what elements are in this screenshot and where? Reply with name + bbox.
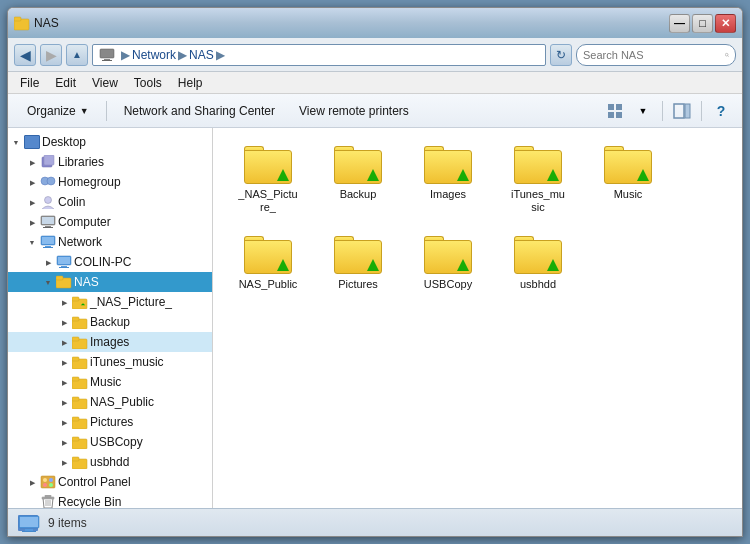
expand-images[interactable] — [56, 334, 72, 350]
tree-item-nas[interactable]: NAS — [8, 272, 212, 292]
tree-item-pictures[interactable]: Pictures — [8, 412, 212, 432]
folder-usbcopy[interactable]: USBCopy — [403, 228, 493, 318]
expand-naspublic[interactable] — [56, 394, 72, 410]
folder-icon-usbcopy — [424, 236, 472, 274]
file-label-backup: Backup — [340, 188, 377, 201]
view-dropdown-button[interactable]: ▼ — [630, 98, 656, 124]
tree-panel: Desktop Libraries — [8, 128, 213, 508]
menu-edit[interactable]: Edit — [47, 74, 84, 92]
tree-item-itunes[interactable]: iTunes_music — [8, 352, 212, 372]
tree-label-colin-pc: COLIN-PC — [74, 255, 131, 269]
tree-item-desktop[interactable]: Desktop — [8, 132, 212, 152]
tree-item-usbcopy[interactable]: USBCopy — [8, 432, 212, 452]
title-bar-left: NAS — [14, 15, 59, 31]
search-box[interactable] — [576, 44, 736, 66]
menu-file[interactable]: File — [12, 74, 47, 92]
tree-item-libraries[interactable]: Libraries — [8, 152, 212, 172]
organize-button[interactable]: Organize ▼ — [16, 98, 100, 124]
folder-images[interactable]: Images — [403, 138, 493, 228]
folder-usbhdd[interactable]: usbhdd — [493, 228, 583, 318]
back-button[interactable]: ◀ — [14, 44, 36, 66]
expand-network[interactable] — [24, 234, 40, 250]
address-bar: ◀ ▶ ▲ ▶ Network ▶ NAS ▶ ↻ — [8, 38, 742, 72]
tree-item-naspublic[interactable]: NAS_Public — [8, 392, 212, 412]
menu-help[interactable]: Help — [170, 74, 211, 92]
expand-nas[interactable] — [40, 274, 56, 290]
svg-point-16 — [47, 177, 55, 185]
folder-nas-picture[interactable]: _NAS_Picture_ — [223, 138, 313, 228]
window-title: NAS — [34, 16, 59, 30]
tree-item-usbhdd[interactable]: usbhdd — [8, 452, 212, 472]
address-path[interactable]: ▶ Network ▶ NAS ▶ — [92, 44, 546, 66]
tree-item-colin-pc[interactable]: COLIN-PC — [8, 252, 212, 272]
expand-libraries[interactable] — [24, 154, 40, 170]
folder-naspublic[interactable]: NAS_Public — [223, 228, 313, 318]
expand-colin-pc[interactable] — [40, 254, 56, 270]
toolbar: Organize ▼ Network and Sharing Center Vi… — [8, 94, 742, 128]
file-label-usbcopy: USBCopy — [424, 278, 472, 291]
path-nas[interactable]: NAS — [189, 48, 214, 62]
status-network-icon — [18, 515, 38, 531]
expand-backup[interactable] — [56, 314, 72, 330]
refresh-button[interactable]: ↻ — [550, 44, 572, 66]
tree-item-network[interactable]: Network — [8, 232, 212, 252]
forward-button[interactable]: ▶ — [40, 44, 62, 66]
preview-pane-button[interactable] — [669, 98, 695, 124]
expand-itunes[interactable] — [56, 354, 72, 370]
colin-pc-icon — [56, 254, 72, 270]
folder-backup[interactable]: Backup — [313, 138, 403, 228]
itunes-icon — [72, 354, 88, 370]
tree-label-itunes: iTunes_music — [90, 355, 164, 369]
tree-label-network: Network — [58, 235, 102, 249]
view-toggle-button[interactable] — [602, 98, 628, 124]
help-button[interactable]: ? — [708, 98, 734, 124]
search-input[interactable] — [583, 49, 721, 61]
tree-label-desktop: Desktop — [42, 135, 86, 149]
expand-computer[interactable] — [24, 214, 40, 230]
expand-homegroup[interactable] — [24, 174, 40, 190]
expand-pictures[interactable] — [56, 414, 72, 430]
search-icon — [725, 49, 729, 61]
minimize-button[interactable]: — — [669, 14, 690, 33]
folder-pictures[interactable]: Pictures — [313, 228, 403, 318]
file-label-itunes: iTunes_music — [511, 188, 565, 214]
tree-item-homegroup[interactable]: Homegroup — [8, 172, 212, 192]
tree-item-backup[interactable]: Backup — [8, 312, 212, 332]
tree-item-music[interactable]: Music — [8, 372, 212, 392]
expand-colin[interactable] — [24, 194, 40, 210]
file-label-nas-picture: _NAS_Picture_ — [238, 188, 297, 214]
tree-item-controlpanel[interactable]: Control Panel — [8, 472, 212, 492]
path-network[interactable]: Network — [132, 48, 176, 62]
expand-usbcopy[interactable] — [56, 434, 72, 450]
up-button[interactable]: ▲ — [66, 44, 88, 66]
controlpanel-icon — [40, 474, 56, 490]
organize-dropdown-icon: ▼ — [80, 106, 89, 116]
svg-rect-72 — [25, 529, 33, 531]
expand-usbhdd[interactable] — [56, 454, 72, 470]
tree-item-colin[interactable]: Colin — [8, 192, 212, 212]
tree-item-images[interactable]: Images — [8, 332, 212, 352]
menu-tools[interactable]: Tools — [126, 74, 170, 92]
svg-rect-44 — [72, 397, 79, 401]
expand-music[interactable] — [56, 374, 72, 390]
menu-view[interactable]: View — [84, 74, 126, 92]
svg-rect-31 — [56, 276, 63, 280]
close-button[interactable]: ✕ — [715, 14, 736, 33]
tree-label-recyclebin: Recycle Bin — [58, 495, 121, 508]
expand-desktop[interactable] — [8, 134, 24, 150]
tree-item-computer[interactable]: Computer — [8, 212, 212, 232]
file-label-naspublic: NAS_Public — [239, 278, 298, 291]
network-sharing-button[interactable]: Network and Sharing Center — [113, 98, 286, 124]
folder-music[interactable]: Music — [583, 138, 673, 228]
expand-nas-picture[interactable] — [56, 294, 72, 310]
folder-itunes[interactable]: iTunes_music — [493, 138, 583, 228]
view-remote-button[interactable]: View remote printers — [288, 98, 420, 124]
tree-item-nas-picture[interactable]: _NAS_Picture_ — [8, 292, 212, 312]
tree-label-usbcopy: USBCopy — [90, 435, 143, 449]
colin-icon — [40, 194, 56, 210]
usbcopy-icon — [72, 434, 88, 450]
tree-label-colin: Colin — [58, 195, 85, 209]
maximize-button[interactable]: □ — [692, 14, 713, 33]
tree-item-recyclebin[interactable]: Recycle Bin — [8, 492, 212, 508]
expand-controlpanel[interactable] — [24, 474, 40, 490]
